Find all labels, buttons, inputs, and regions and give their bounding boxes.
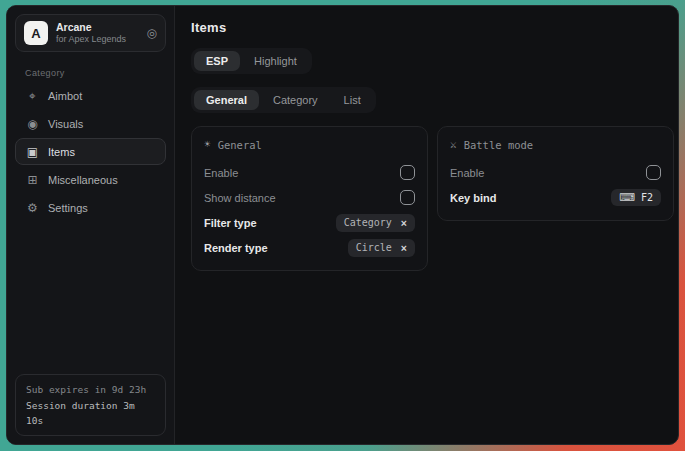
sidebar-item-aimbot[interactable]: ⌖ Aimbot (15, 82, 166, 109)
sun-icon: ☀ (204, 138, 211, 151)
key-bind-button[interactable]: ⌨ F2 (611, 189, 661, 206)
close-icon[interactable]: × (401, 242, 407, 254)
sidebar-spacer (7, 221, 174, 366)
page-title: Items (191, 20, 674, 35)
brand-card: A Arcane for Apex Legends ◎ (15, 14, 166, 52)
render-type-value: Circle (356, 242, 392, 253)
setting-row-render-type: Render type Circle × (204, 235, 415, 260)
app-name: Arcane (56, 21, 139, 34)
gear-icon: ⚙ (26, 201, 39, 215)
tab-list[interactable]: List (332, 90, 373, 110)
sidebar-item-label: Miscellaneous (48, 174, 118, 186)
tab-esp[interactable]: ESP (194, 51, 240, 71)
sidebar-item-miscellaneous[interactable]: ⊞ Miscellaneous (15, 166, 166, 193)
mode-tab-group: ESP Highlight (191, 48, 312, 74)
battle-enable-checkbox[interactable] (646, 165, 661, 180)
box-icon: ▣ (26, 145, 39, 159)
filter-type-select[interactable]: Category × (336, 214, 415, 232)
main-content: Items ESP Highlight General Category Lis… (175, 6, 679, 444)
panel-title: General (218, 139, 262, 151)
battle-mode-panel: ⚔ Battle mode Enable Key bind ⌨ F2 (437, 126, 674, 221)
sidebar-item-items[interactable]: ▣ Items (15, 138, 166, 165)
sidebar-item-label: Items (48, 146, 75, 158)
app-logo: A (24, 21, 48, 45)
tab-highlight[interactable]: Highlight (242, 51, 309, 71)
session-duration-text: Session duration 3m 10s (26, 398, 155, 428)
category-label: Category (25, 68, 174, 78)
sidebar-nav: ⌖ Aimbot ◉ Visuals ▣ Items ⊞ Miscellaneo… (7, 82, 174, 221)
setting-label: Render type (204, 242, 268, 254)
setting-label: Key bind (450, 192, 496, 204)
setting-label: Filter type (204, 217, 257, 229)
app-subtitle: for Apex Legends (56, 34, 139, 45)
enable-checkbox[interactable] (400, 165, 415, 180)
setting-row-show-distance: Show distance (204, 185, 415, 210)
swords-icon: ⚔ (450, 138, 457, 151)
setting-row-battle-enable: Enable (450, 160, 661, 185)
crosshair-icon: ⌖ (26, 89, 39, 103)
sidebar-item-label: Settings (48, 202, 88, 214)
render-type-select[interactable]: Circle × (348, 239, 415, 257)
setting-row-enable: Enable (204, 160, 415, 185)
tab-general[interactable]: General (194, 90, 259, 110)
sidebar-item-label: Aimbot (48, 90, 82, 102)
setting-label: Enable (450, 167, 484, 179)
sidebar-item-label: Visuals (48, 118, 83, 130)
keyboard-icon: ⌨ (619, 191, 635, 204)
sub-expiry-text: Sub expires in 9d 23h (26, 382, 155, 397)
key-bind-value: F2 (641, 192, 653, 203)
show-distance-checkbox[interactable] (400, 190, 415, 205)
eye-icon: ◉ (26, 117, 39, 131)
grid-icon: ⊞ (26, 173, 39, 187)
setting-label: Enable (204, 167, 238, 179)
setting-row-filter-type: Filter type Category × (204, 210, 415, 235)
app-window: A Arcane for Apex Legends ◎ Category ⌖ A… (6, 5, 679, 445)
sidebar-item-settings[interactable]: ⚙ Settings (15, 194, 166, 221)
settings-panels: ☀ General Enable Show distance Filter ty… (191, 126, 674, 271)
general-panel: ☀ General Enable Show distance Filter ty… (191, 126, 428, 271)
battle-mode-panel-header: ⚔ Battle mode (450, 138, 661, 151)
subscription-info-card: Sub expires in 9d 23h Session duration 3… (15, 374, 166, 436)
setting-label: Show distance (204, 192, 276, 204)
panel-title: Battle mode (464, 139, 534, 151)
target-icon[interactable]: ◎ (147, 26, 157, 40)
general-panel-header: ☀ General (204, 138, 415, 151)
close-icon[interactable]: × (401, 217, 407, 229)
tab-category[interactable]: Category (261, 90, 330, 110)
view-tab-group: General Category List (191, 87, 376, 113)
setting-row-key-bind: Key bind ⌨ F2 (450, 185, 661, 210)
brand-text: Arcane for Apex Legends (56, 21, 139, 45)
filter-type-value: Category (344, 217, 392, 228)
sidebar-item-visuals[interactable]: ◉ Visuals (15, 110, 166, 137)
sidebar: A Arcane for Apex Legends ◎ Category ⌖ A… (7, 6, 175, 444)
